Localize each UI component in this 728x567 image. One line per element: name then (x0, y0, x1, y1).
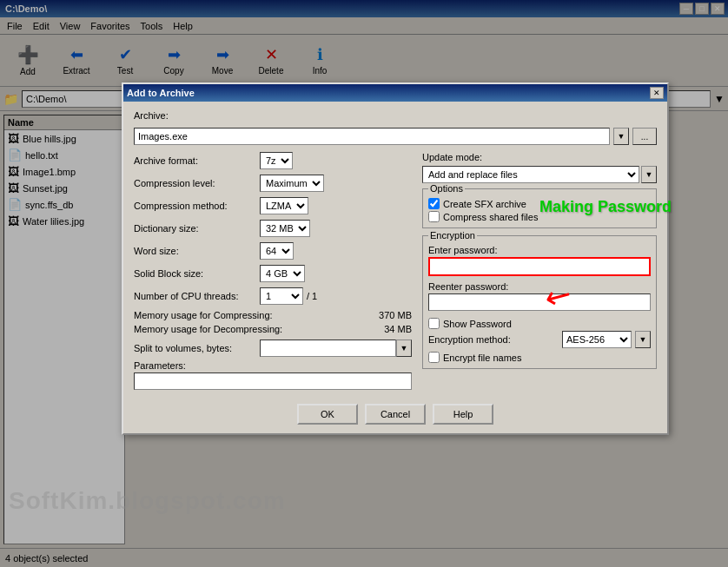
ok-button[interactable]: OK (297, 404, 358, 425)
word-size-select[interactable]: 64 (260, 242, 294, 260)
dictionary-size-row: Dictionary size: 32 MB (134, 220, 412, 237)
mem-decompress-value: 34 MB (303, 324, 412, 334)
show-password-checkbox[interactable] (428, 318, 440, 329)
solid-block-row: Solid Block size: 4 GB (134, 265, 412, 282)
update-mode-section: Update mode: Add and replace files ▼ (422, 152, 657, 183)
word-size-label: Word size: (134, 246, 260, 256)
mem-compress-row: Memory usage for Compressing: 370 MB (134, 310, 412, 320)
archive-format-row: Archive format: 7z (134, 152, 412, 169)
help-button[interactable]: Help (433, 404, 493, 425)
dialog-columns: Archive format: 7z Compression level: Ma… (134, 152, 657, 390)
archive-format-label: Archive format: (134, 155, 260, 166)
dialog-title: Add to Archive (127, 88, 195, 98)
mem-compress-label: Memory usage for Compressing: (134, 310, 303, 320)
encryption-content: Enter password: Reenter password: Show P… (428, 245, 651, 363)
right-column: Update mode: Add and replace files ▼ Opt… (422, 152, 657, 390)
encryption-method-row: Encryption method: AES-256 ▼ (428, 331, 651, 348)
compress-shared-checkbox[interactable] (428, 211, 440, 222)
create-sfx-checkbox[interactable] (428, 198, 440, 209)
compression-level-select[interactable]: Maximum (260, 175, 324, 192)
enter-password-label: Enter password: (428, 245, 651, 255)
cancel-button[interactable]: Cancel (365, 404, 426, 425)
create-sfx-row: Create SFX archive (428, 198, 651, 209)
update-mode-dropdown-button[interactable]: ▼ (641, 166, 657, 183)
compression-level-row: Compression level: Maximum (134, 175, 412, 192)
create-sfx-label: Create SFX archive (443, 199, 526, 209)
compression-level-select-group: Maximum (260, 175, 324, 192)
split-input[interactable] (260, 340, 396, 357)
encrypt-filenames-row: Encrypt file names (428, 352, 651, 363)
options-section: Options Create SFX archive Compress shar… (422, 188, 657, 228)
encrypt-filenames-checkbox[interactable] (428, 352, 440, 363)
dialog-title-bar: Add to Archive ✕ (123, 84, 667, 102)
archive-label: Archive: (134, 110, 169, 121)
mem-compress-value: 370 MB (303, 310, 412, 320)
encryption-legend: Encryption (428, 230, 477, 241)
add-to-archive-dialog: Add to Archive ✕ Archive: ▼ ... Archive … (122, 82, 669, 435)
cpu-threads-select-group: 1 (260, 287, 303, 305)
mem-decompress-label: Memory usage for Decompressing: (134, 324, 303, 334)
reenter-password-input[interactable] (428, 293, 651, 311)
encryption-section: Encryption Enter password: Reenter passw… (422, 235, 657, 369)
show-password-row: Show Password (428, 318, 651, 329)
solid-block-select-group: 4 GB (260, 265, 305, 282)
archive-row: Archive: (134, 110, 657, 121)
cpu-threads-select[interactable]: 1 (260, 287, 303, 305)
word-size-row: Word size: 64 (134, 242, 412, 260)
solid-block-select[interactable]: 4 GB (260, 265, 305, 282)
dictionary-size-select[interactable]: 32 MB (260, 220, 310, 237)
dialog-close-button[interactable]: ✕ (650, 87, 664, 99)
update-mode-select[interactable]: Add and replace files (422, 166, 639, 183)
archive-format-select[interactable]: 7z (260, 152, 293, 169)
encryption-method-label: Encryption method: (428, 334, 559, 345)
options-content: Create SFX archive Compress shared files (428, 198, 651, 222)
params-label: Parameters: (134, 360, 412, 371)
encrypt-filenames-label: Encrypt file names (443, 353, 521, 363)
archive-dropdown-button[interactable]: ▼ (613, 128, 629, 145)
left-column: Archive format: 7z Compression level: Ma… (134, 152, 412, 390)
compression-method-select[interactable]: LZMA (260, 197, 308, 214)
dialog-footer: OK Cancel Help (123, 399, 667, 433)
update-mode-label: Update mode: (422, 152, 657, 162)
cpu-threads-row: Number of CPU threads: 1 / 1 (134, 287, 412, 305)
split-volumes-row: Split to volumes, bytes: ▼ (134, 340, 412, 357)
encryption-method-dropdown-button[interactable]: ▼ (635, 331, 651, 348)
show-password-label: Show Password (443, 319, 512, 329)
archive-input[interactable] (134, 128, 610, 145)
params-row: Parameters: (134, 360, 412, 390)
compression-level-label: Compression level: (134, 178, 260, 188)
cpu-threads-label: Number of CPU threads: (134, 291, 260, 301)
word-size-select-group: 64 (260, 242, 294, 260)
compress-shared-row: Compress shared files (428, 211, 651, 222)
enter-password-input[interactable] (428, 257, 651, 276)
compress-shared-label: Compress shared files (443, 212, 538, 222)
update-mode-select-row: Add and replace files ▼ (422, 166, 657, 183)
compression-method-row: Compression method: LZMA (134, 197, 412, 214)
split-label: Split to volumes, bytes: (134, 343, 260, 353)
params-input[interactable] (134, 373, 412, 390)
solid-block-label: Solid Block size: (134, 268, 260, 279)
compression-method-select-group: LZMA (260, 197, 308, 214)
dictionary-size-label: Dictionary size: (134, 223, 260, 234)
encryption-method-select[interactable]: AES-256 (562, 331, 632, 348)
reenter-password-label: Reenter password: (428, 281, 651, 292)
compression-method-label: Compression method: (134, 201, 260, 211)
archive-browse-button[interactable]: ... (632, 128, 657, 145)
archive-input-row: ▼ ... (134, 128, 657, 145)
dictionary-size-select-group: 32 MB (260, 220, 310, 237)
split-dropdown-button[interactable]: ▼ (396, 340, 412, 357)
cpu-threads-suffix: / 1 (307, 291, 317, 301)
mem-decompress-row: Memory usage for Decompressing: 34 MB (134, 324, 412, 334)
dialog-body: Archive: ▼ ... Archive format: 7z (123, 102, 667, 399)
archive-format-select-group: 7z (260, 152, 293, 169)
options-legend: Options (428, 183, 465, 194)
